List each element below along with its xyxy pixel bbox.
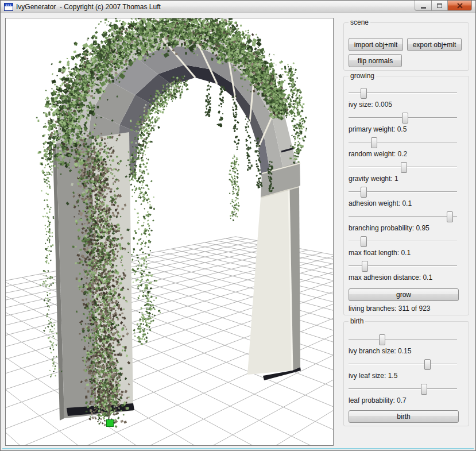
slider-thumb[interactable] xyxy=(371,137,377,148)
app-window: IvyGenerator - Copyright (c) 2007 Thomas… xyxy=(0,0,476,451)
group-growing: growing ivy size: 0.005 primary weight: … xyxy=(343,76,469,315)
slider-thumb[interactable] xyxy=(424,359,431,370)
slider-thumb[interactable] xyxy=(379,334,385,345)
3d-viewport[interactable] xyxy=(6,18,333,445)
leaf-probability-label: leaf probability: 0.7 xyxy=(349,396,407,405)
group-birth: birth ivy branch size: 0.15 ivy leaf siz… xyxy=(343,321,469,426)
export-obj-button[interactable]: export obj+mlt xyxy=(407,38,462,51)
adhesion-weight-label: adhesion weight: 0.1 xyxy=(349,199,412,208)
gravity-weight-label: gravity weight: 1 xyxy=(349,175,398,183)
adhesion-weight-slider[interactable] xyxy=(349,187,457,198)
maximize-button[interactable] xyxy=(432,1,448,11)
maximize-icon xyxy=(437,3,442,8)
branching-probability-label: branching probability: 0.95 xyxy=(349,224,429,233)
slider-thumb[interactable] xyxy=(447,211,453,222)
living-branches-status: living branches: 311 of 923 xyxy=(349,304,431,313)
max-adhesion-distance-slider[interactable] xyxy=(349,261,457,272)
slider-thumb[interactable] xyxy=(362,261,368,272)
birth-button[interactable]: birth xyxy=(349,410,459,423)
primary-weight-slider[interactable] xyxy=(349,113,457,124)
gravity-weight-slider[interactable] xyxy=(349,162,457,173)
close-button[interactable] xyxy=(448,1,472,11)
max-adhesion-distance-label: max adhesion distance: 0.1 xyxy=(349,273,432,282)
caption-buttons xyxy=(415,1,472,11)
max-float-length-label: max float length: 0.1 xyxy=(349,249,411,257)
flip-normals-button[interactable]: flip normals xyxy=(349,54,402,67)
slider-track[interactable] xyxy=(349,388,457,390)
leaf-probability-slider[interactable] xyxy=(349,384,457,395)
ivy-branch-size-label: ivy branch size: 0.15 xyxy=(349,347,411,356)
minimize-button[interactable] xyxy=(415,1,432,11)
group-birth-label: birth xyxy=(349,317,365,325)
slider-thumb[interactable] xyxy=(361,187,367,198)
ivy-leaf-size-slider[interactable] xyxy=(349,359,457,370)
ivy-size-label: ivy size: 0.005 xyxy=(349,101,392,109)
close-icon xyxy=(457,3,463,9)
title-bar[interactable]: IvyGenerator - Copyright (c) 2007 Thomas… xyxy=(1,1,475,13)
slider-thumb[interactable] xyxy=(361,88,367,99)
slider-thumb[interactable] xyxy=(401,162,407,173)
max-float-length-slider[interactable] xyxy=(349,236,457,247)
group-growing-label: growing xyxy=(349,72,376,80)
ivy-branch-size-slider[interactable] xyxy=(349,334,457,345)
ivy-size-slider[interactable] xyxy=(349,88,457,99)
window-title: IvyGenerator - Copyright (c) 2007 Thomas… xyxy=(16,3,161,11)
minimize-icon xyxy=(421,7,426,9)
import-obj-button[interactable]: import obj+mlt xyxy=(349,38,403,51)
ivy-leaf-size-label: ivy leaf size: 1.5 xyxy=(349,372,397,380)
slider-thumb[interactable] xyxy=(421,384,427,395)
random-weight-label: random weight: 0.2 xyxy=(349,150,407,159)
slider-thumb[interactable] xyxy=(402,113,408,124)
slider-track[interactable] xyxy=(349,364,457,365)
branching-probability-slider[interactable] xyxy=(349,211,457,222)
primary-weight-label: primary weight: 0.5 xyxy=(349,125,407,134)
slider-track[interactable] xyxy=(349,339,457,340)
grow-button[interactable]: grow xyxy=(349,288,459,301)
slider-thumb[interactable] xyxy=(361,236,367,247)
slider-track[interactable] xyxy=(349,216,457,217)
window-icon xyxy=(4,3,13,11)
group-scene: scene import obj+mlt export obj+mlt flip… xyxy=(343,22,469,71)
group-scene-label: scene xyxy=(349,18,370,26)
random-weight-slider[interactable] xyxy=(349,137,457,148)
window-bottom-accent xyxy=(2,448,474,449)
slider-track[interactable] xyxy=(349,142,457,143)
viewport-frame xyxy=(5,18,334,446)
